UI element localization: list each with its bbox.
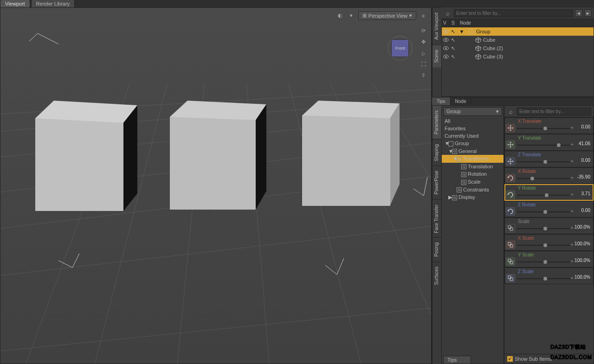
slider-value[interactable]: 100.0% [575,241,590,246]
show-sub-items-checkbox[interactable]: ✔ [507,356,513,362]
slider-track[interactable] [517,128,570,129]
side-tab-shaping[interactable]: Shaping [433,139,441,166]
selectable-icon[interactable]: ↖ [450,45,456,51]
scene-item-cube-3-[interactable]: ↖Cube (3) [442,52,594,61]
param-group-transforms[interactable]: ▼GTransforms [442,155,504,163]
params-filter-input[interactable] [517,108,591,115]
cube-3[interactable] [302,101,402,207]
col-node[interactable]: Node [458,20,594,26]
subtab-node[interactable]: Node [451,97,471,105]
side-tab-face-transfer[interactable]: Face Transfer [433,199,441,238]
param-group-group[interactable]: ▼Group [442,140,504,147]
orbit-icon[interactable]: ⟳ [419,26,427,35]
tab-render-library[interactable]: Render Library [31,0,75,7]
slider-z-translate[interactable]: Z Translate-+0.00 [504,151,594,167]
slider-x-scale[interactable]: X Scale-+100.0% [504,234,594,251]
slider-y-scale[interactable]: Y Scale-+100.0% [504,251,594,268]
scale-icon[interactable] [506,241,515,249]
param-group-translation[interactable]: GTranslation [442,163,504,171]
chevron-down-icon[interactable]: ▾ [347,12,355,20]
increment-button[interactable]: + [571,275,574,281]
selectable-icon[interactable]: ↖ [450,28,456,35]
slider-x-rotate[interactable]: X Rotate-+-35.90 [504,167,594,184]
increment-button[interactable]: + [571,125,574,130]
slider-track[interactable] [517,228,570,229]
increment-button[interactable]: + [571,192,574,197]
param-group-display[interactable]: ▶GDisplay [442,193,504,201]
visibility-icon[interactable] [443,53,449,60]
slider-x-translate[interactable]: X Translate-+0.00 [504,117,594,134]
slider-track[interactable] [517,262,570,262]
side-tab-parameters[interactable]: Parameters [433,105,441,139]
increment-button[interactable]: + [571,158,574,164]
slider-value[interactable]: 100.0% [575,258,590,263]
col-v[interactable]: V [441,20,450,26]
slider-track[interactable] [517,145,570,146]
param-group-constraints[interactable]: GConstraints [442,186,504,194]
slider-value[interactable]: 0.00 [581,124,590,129]
subtab-tips[interactable]: Tips [432,97,451,105]
visibility-icon[interactable] [443,37,449,43]
filter-prev-button[interactable]: ◂ [575,9,582,17]
scene-tree[interactable]: ↖▼Group↖Cube↖Cube (2)↖Cube (3) [441,27,594,97]
expand-icon[interactable]: ▼ [458,28,465,35]
filter-currently-used[interactable]: Currently Used [442,132,504,140]
reset-icon[interactable]: ⇧ [419,71,427,79]
slider-y-translate[interactable]: Y Translate-+41.06 [504,134,594,151]
rot-icon[interactable] [506,207,515,216]
side-tab-aux-viewport[interactable]: Aux Viewport [433,7,441,45]
slider-value[interactable]: 3.71 [581,191,590,196]
rot-icon[interactable] [506,174,515,182]
slider-track[interactable] [517,245,570,246]
slider-value[interactable]: 0.00 [581,158,590,163]
slider-value[interactable]: -35.90 [577,174,590,179]
increment-button[interactable]: + [571,175,574,180]
slider-track[interactable] [517,195,570,196]
param-group-general[interactable]: ▼GGeneral [442,147,504,155]
filter-all[interactable]: All [442,117,504,125]
slider-track[interactable] [517,161,570,162]
slider-z-rotate[interactable]: Z Rotate-+0.00 [504,201,594,217]
move-icon[interactable] [506,157,515,166]
slider-z-scale[interactable]: Z Scale-+100.0% [504,268,594,284]
filter-next-button[interactable]: ▸ [584,9,592,17]
increment-button[interactable]: + [571,141,574,147]
cube-1[interactable] [35,101,137,214]
params-scope-dropdown[interactable]: Group▾ [443,107,502,116]
scene-item-cube-2-[interactable]: ↖Cube (2) [442,44,594,52]
side-tab-powerpose[interactable]: PowerPose [433,166,441,199]
viewport-3d[interactable]: ◐ ▾ ⊞ Perspective View ▾ ≡ Front ⟳ ✥ ⌕ ⛶… [0,7,432,364]
slider-scale[interactable]: Scale-+100.0% [504,217,594,234]
selectable-icon[interactable]: ↖ [450,53,456,60]
increment-button[interactable]: + [571,242,574,247]
slider-y-rotate[interactable]: Y Rotate-+3.71 [504,184,594,201]
zoom-icon[interactable]: ⌕ [419,49,427,57]
param-group-rotation[interactable]: GRotation [442,170,504,178]
slider-track[interactable] [517,211,570,212]
side-tab-posing[interactable]: Posing [433,237,441,262]
scene-item-cube[interactable]: ↖Cube [442,36,594,44]
visibility-icon[interactable] [443,28,449,35]
scene-item-group[interactable]: ↖▼Group [442,27,594,36]
frame-icon[interactable]: ⛶ [419,60,427,68]
options-icon[interactable]: ≡ [419,12,427,20]
view-cube-face[interactable]: Front [391,39,409,57]
scale-icon[interactable] [506,274,515,282]
scene-filter-input[interactable] [454,9,573,17]
visibility-icon[interactable] [443,45,449,51]
param-group-scale[interactable]: GScale [442,178,504,186]
rot-icon[interactable] [506,191,515,199]
scale-icon[interactable] [506,257,515,266]
scale-icon[interactable] [506,224,515,232]
slider-track[interactable] [517,278,570,279]
pan-icon[interactable]: ✥ [419,38,427,46]
slider-value[interactable]: 100.0% [575,224,590,230]
view-cube[interactable]: Front [387,36,413,61]
selectable-icon[interactable]: ↖ [450,37,456,43]
filter-favorites[interactable]: Favorites [442,125,504,132]
move-icon[interactable] [506,124,515,132]
slider-value[interactable]: 41.06 [579,141,590,146]
move-icon[interactable] [506,140,515,149]
tab-viewport[interactable]: Viewport [0,0,30,7]
slider-track[interactable] [517,178,570,179]
